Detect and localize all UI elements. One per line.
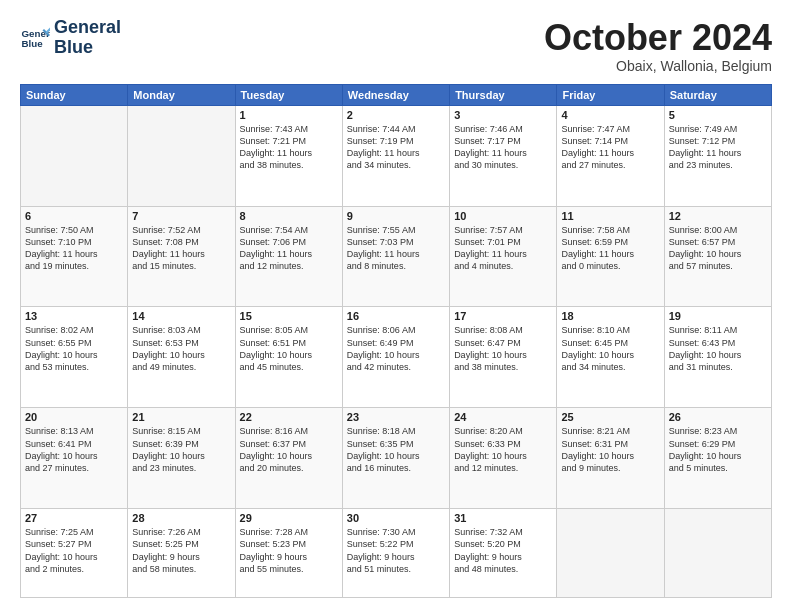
calendar-cell-11: 10Sunrise: 7:57 AM Sunset: 7:01 PM Dayli…	[450, 206, 557, 307]
header-thursday: Thursday	[450, 84, 557, 105]
header: General Blue General Blue October 2024 O…	[20, 18, 772, 74]
day-number-19: 19	[669, 310, 767, 322]
calendar-cell-19: 18Sunrise: 8:10 AM Sunset: 6:45 PM Dayli…	[557, 307, 664, 408]
calendar-cell-12: 11Sunrise: 7:58 AM Sunset: 6:59 PM Dayli…	[557, 206, 664, 307]
calendar-cell-1	[128, 105, 235, 206]
svg-text:Blue: Blue	[22, 38, 44, 49]
day-number-7: 7	[132, 210, 230, 222]
calendar-cell-28: 27Sunrise: 7:25 AM Sunset: 5:27 PM Dayli…	[21, 509, 128, 598]
day-info-3: Sunrise: 7:46 AM Sunset: 7:17 PM Dayligh…	[454, 123, 552, 172]
calendar-cell-18: 17Sunrise: 8:08 AM Sunset: 6:47 PM Dayli…	[450, 307, 557, 408]
day-number-23: 23	[347, 411, 445, 423]
day-info-10: Sunrise: 7:57 AM Sunset: 7:01 PM Dayligh…	[454, 224, 552, 273]
calendar-cell-0	[21, 105, 128, 206]
day-info-5: Sunrise: 7:49 AM Sunset: 7:12 PM Dayligh…	[669, 123, 767, 172]
day-number-28: 28	[132, 512, 230, 524]
calendar-cell-6: 5Sunrise: 7:49 AM Sunset: 7:12 PM Daylig…	[664, 105, 771, 206]
day-number-8: 8	[240, 210, 338, 222]
day-number-5: 5	[669, 109, 767, 121]
day-number-11: 11	[561, 210, 659, 222]
day-number-26: 26	[669, 411, 767, 423]
calendar-cell-33	[557, 509, 664, 598]
day-number-6: 6	[25, 210, 123, 222]
day-info-11: Sunrise: 7:58 AM Sunset: 6:59 PM Dayligh…	[561, 224, 659, 273]
day-number-31: 31	[454, 512, 552, 524]
day-number-30: 30	[347, 512, 445, 524]
day-info-21: Sunrise: 8:15 AM Sunset: 6:39 PM Dayligh…	[132, 425, 230, 474]
calendar-cell-4: 3Sunrise: 7:46 AM Sunset: 7:17 PM Daylig…	[450, 105, 557, 206]
day-number-21: 21	[132, 411, 230, 423]
calendar-cell-3: 2Sunrise: 7:44 AM Sunset: 7:19 PM Daylig…	[342, 105, 449, 206]
day-info-30: Sunrise: 7:30 AM Sunset: 5:22 PM Dayligh…	[347, 526, 445, 575]
calendar-cell-2: 1Sunrise: 7:43 AM Sunset: 7:21 PM Daylig…	[235, 105, 342, 206]
calendar-cell-24: 23Sunrise: 8:18 AM Sunset: 6:35 PM Dayli…	[342, 408, 449, 509]
day-info-4: Sunrise: 7:47 AM Sunset: 7:14 PM Dayligh…	[561, 123, 659, 172]
day-info-9: Sunrise: 7:55 AM Sunset: 7:03 PM Dayligh…	[347, 224, 445, 273]
week-row-1: 1Sunrise: 7:43 AM Sunset: 7:21 PM Daylig…	[21, 105, 772, 206]
day-number-15: 15	[240, 310, 338, 322]
day-number-14: 14	[132, 310, 230, 322]
day-number-27: 27	[25, 512, 123, 524]
day-number-17: 17	[454, 310, 552, 322]
header-tuesday: Tuesday	[235, 84, 342, 105]
day-number-12: 12	[669, 210, 767, 222]
header-wednesday: Wednesday	[342, 84, 449, 105]
title-block: October 2024 Obaix, Wallonia, Belgium	[544, 18, 772, 74]
calendar-cell-13: 12Sunrise: 8:00 AM Sunset: 6:57 PM Dayli…	[664, 206, 771, 307]
calendar-cell-27: 26Sunrise: 8:23 AM Sunset: 6:29 PM Dayli…	[664, 408, 771, 509]
day-info-29: Sunrise: 7:28 AM Sunset: 5:23 PM Dayligh…	[240, 526, 338, 575]
day-info-8: Sunrise: 7:54 AM Sunset: 7:06 PM Dayligh…	[240, 224, 338, 273]
day-number-3: 3	[454, 109, 552, 121]
header-sunday: Sunday	[21, 84, 128, 105]
header-monday: Monday	[128, 84, 235, 105]
day-info-7: Sunrise: 7:52 AM Sunset: 7:08 PM Dayligh…	[132, 224, 230, 273]
day-number-25: 25	[561, 411, 659, 423]
day-info-19: Sunrise: 8:11 AM Sunset: 6:43 PM Dayligh…	[669, 324, 767, 373]
logo-icon: General Blue	[20, 23, 50, 53]
day-number-4: 4	[561, 109, 659, 121]
calendar-cell-23: 22Sunrise: 8:16 AM Sunset: 6:37 PM Dayli…	[235, 408, 342, 509]
day-number-9: 9	[347, 210, 445, 222]
day-number-29: 29	[240, 512, 338, 524]
day-number-13: 13	[25, 310, 123, 322]
logo-blue: Blue	[54, 38, 93, 58]
calendar-cell-29: 28Sunrise: 7:26 AM Sunset: 5:25 PM Dayli…	[128, 509, 235, 598]
day-info-22: Sunrise: 8:16 AM Sunset: 6:37 PM Dayligh…	[240, 425, 338, 474]
day-info-18: Sunrise: 8:10 AM Sunset: 6:45 PM Dayligh…	[561, 324, 659, 373]
day-number-20: 20	[25, 411, 123, 423]
day-info-2: Sunrise: 7:44 AM Sunset: 7:19 PM Dayligh…	[347, 123, 445, 172]
day-info-15: Sunrise: 8:05 AM Sunset: 6:51 PM Dayligh…	[240, 324, 338, 373]
calendar-cell-16: 15Sunrise: 8:05 AM Sunset: 6:51 PM Dayli…	[235, 307, 342, 408]
calendar-cell-20: 19Sunrise: 8:11 AM Sunset: 6:43 PM Dayli…	[664, 307, 771, 408]
day-info-20: Sunrise: 8:13 AM Sunset: 6:41 PM Dayligh…	[25, 425, 123, 474]
calendar-cell-25: 24Sunrise: 8:20 AM Sunset: 6:33 PM Dayli…	[450, 408, 557, 509]
week-row-4: 20Sunrise: 8:13 AM Sunset: 6:41 PM Dayli…	[21, 408, 772, 509]
calendar-cell-10: 9Sunrise: 7:55 AM Sunset: 7:03 PM Daylig…	[342, 206, 449, 307]
calendar-table: Sunday Monday Tuesday Wednesday Thursday…	[20, 84, 772, 598]
calendar-cell-7: 6Sunrise: 7:50 AM Sunset: 7:10 PM Daylig…	[21, 206, 128, 307]
calendar-cell-30: 29Sunrise: 7:28 AM Sunset: 5:23 PM Dayli…	[235, 509, 342, 598]
day-number-1: 1	[240, 109, 338, 121]
calendar-cell-8: 7Sunrise: 7:52 AM Sunset: 7:08 PM Daylig…	[128, 206, 235, 307]
month-title: October 2024	[544, 18, 772, 58]
day-number-10: 10	[454, 210, 552, 222]
day-info-24: Sunrise: 8:20 AM Sunset: 6:33 PM Dayligh…	[454, 425, 552, 474]
day-number-16: 16	[347, 310, 445, 322]
header-friday: Friday	[557, 84, 664, 105]
calendar-cell-14: 13Sunrise: 8:02 AM Sunset: 6:55 PM Dayli…	[21, 307, 128, 408]
day-info-16: Sunrise: 8:06 AM Sunset: 6:49 PM Dayligh…	[347, 324, 445, 373]
weekday-header-row: Sunday Monday Tuesday Wednesday Thursday…	[21, 84, 772, 105]
day-info-31: Sunrise: 7:32 AM Sunset: 5:20 PM Dayligh…	[454, 526, 552, 575]
day-number-24: 24	[454, 411, 552, 423]
calendar-cell-34	[664, 509, 771, 598]
week-row-3: 13Sunrise: 8:02 AM Sunset: 6:55 PM Dayli…	[21, 307, 772, 408]
header-saturday: Saturday	[664, 84, 771, 105]
calendar-cell-5: 4Sunrise: 7:47 AM Sunset: 7:14 PM Daylig…	[557, 105, 664, 206]
calendar-cell-21: 20Sunrise: 8:13 AM Sunset: 6:41 PM Dayli…	[21, 408, 128, 509]
day-number-18: 18	[561, 310, 659, 322]
day-info-6: Sunrise: 7:50 AM Sunset: 7:10 PM Dayligh…	[25, 224, 123, 273]
calendar-cell-9: 8Sunrise: 7:54 AM Sunset: 7:06 PM Daylig…	[235, 206, 342, 307]
day-info-14: Sunrise: 8:03 AM Sunset: 6:53 PM Dayligh…	[132, 324, 230, 373]
calendar-cell-22: 21Sunrise: 8:15 AM Sunset: 6:39 PM Dayli…	[128, 408, 235, 509]
day-info-26: Sunrise: 8:23 AM Sunset: 6:29 PM Dayligh…	[669, 425, 767, 474]
